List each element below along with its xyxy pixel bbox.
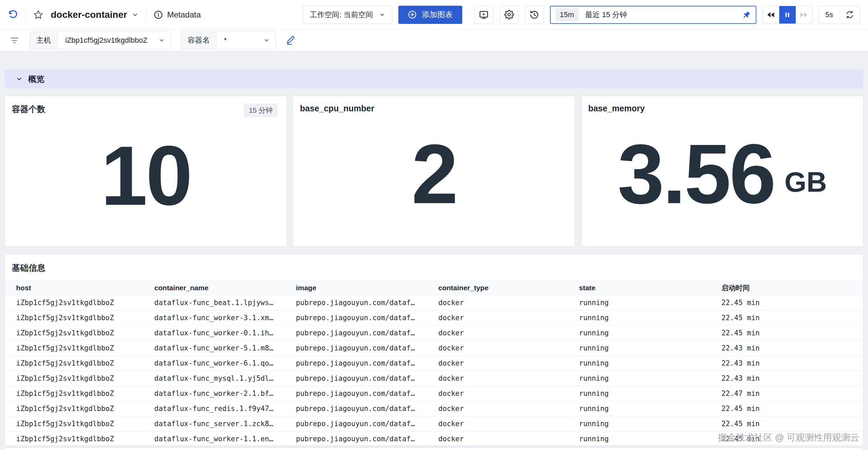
cell-container_type: docker: [438, 356, 579, 371]
cell-image: pubrepo.jiagouyun.com/dataf…: [296, 326, 438, 341]
time-range-badge: 15m: [555, 8, 579, 21]
cell-state: running: [579, 295, 721, 310]
undo-icon: [8, 10, 18, 20]
chevron-down-icon: [379, 12, 385, 18]
history-button[interactable]: [525, 6, 544, 24]
collapse-chevron-icon: [16, 76, 23, 82]
stat-cards-row: 容器个数 15 分钟 10 base_cpu_number 2 base_mem…: [5, 96, 863, 246]
card-title: base_memory: [588, 103, 645, 113]
cell-container_type: docker: [438, 310, 579, 326]
cell-uptime: 22.47 min: [721, 386, 863, 401]
overview-section-header[interactable]: 概览: [5, 69, 863, 88]
card-title: 容器个数: [12, 103, 45, 115]
cell-host: iZbp1cf5gj2sv1tkgdlbboZ: [5, 401, 154, 416]
cell-state: running: [579, 386, 721, 401]
cell-host: iZbp1cf5gj2sv1tkgdlbboZ: [5, 386, 154, 401]
back-button[interactable]: [8, 10, 18, 20]
plus-circle-icon: [408, 10, 417, 19]
cell-container_name: dataflux-func_worker-3.1.xm…: [154, 310, 296, 326]
container-name-filter-select[interactable]: 容器名 *: [181, 32, 276, 49]
column-header-3: container_type: [438, 281, 579, 295]
playback-controls: [763, 6, 812, 24]
cell-container_name: dataflux-func_worker-2.1.bf…: [154, 386, 296, 401]
divider: [26, 9, 26, 20]
info-icon: [154, 10, 163, 20]
column-header-2: image: [296, 281, 438, 295]
cell-host: iZbp1cf5gj2sv1tkgdlbboZ: [5, 356, 154, 371]
table-row: iZbp1cf5gj2sv1tkgdlbboZdataflux-func_red…: [5, 401, 863, 416]
page-title: docker-container: [51, 9, 127, 20]
dashboard-content: 概览 容器个数 15 分钟 10 base_cpu_number 2: [0, 51, 868, 446]
memory-card[interactable]: base_memory 3.56 GB: [581, 96, 863, 246]
add-chart-button[interactable]: 添加图表: [398, 6, 462, 24]
table-row: iZbp1cf5gj2sv1tkgdlbboZdataflux-func_bea…: [5, 295, 863, 310]
pause-button[interactable]: [779, 6, 796, 24]
cell-container_type: docker: [438, 401, 579, 416]
cell-state: running: [579, 431, 721, 446]
cell-image: pubrepo.jiagouyun.com/dataf…: [296, 295, 438, 310]
table-body: iZbp1cf5gj2sv1tkgdlbboZdataflux-func_bea…: [5, 295, 863, 446]
filter-icon[interactable]: [9, 35, 20, 46]
cell-container_name: dataflux-func_worker-0.1.ih…: [154, 326, 296, 341]
metadata-button[interactable]: Metadata: [154, 10, 201, 20]
cell-uptime: 22.45 min: [721, 431, 863, 446]
table-row: iZbp1cf5gj2sv1tkgdlbboZdataflux-func_mys…: [5, 371, 863, 386]
monitor-play-icon: [479, 10, 489, 20]
time-range-label: 最近 15 分钟: [585, 10, 736, 20]
pin-icon[interactable]: [742, 10, 751, 19]
workspace-selector[interactable]: 工作空间: 当前空间: [303, 6, 392, 24]
fast-forward-button[interactable]: [796, 6, 812, 24]
cell-container_name: dataflux-func_worker-5.1.m8…: [154, 341, 296, 356]
cpu-number-card[interactable]: base_cpu_number 2: [293, 96, 575, 246]
table-row: iZbp1cf5gj2sv1tkgdlbboZdataflux-func_wor…: [5, 386, 863, 401]
favorite-star-button[interactable]: [33, 10, 43, 20]
cpu-number-value: 2: [411, 132, 457, 216]
rewind-icon: [767, 10, 775, 19]
container-filter-label: 容器名: [181, 32, 217, 49]
host-filter-select[interactable]: 主机 iZbp1cf5gj2sv1tkgdlbboZ: [30, 32, 171, 49]
refresh-interval-selector[interactable]: 5s: [819, 10, 839, 19]
table-row: iZbp1cf5gj2sv1tkgdlbboZdataflux-func_wor…: [5, 326, 863, 341]
cell-image: pubrepo.jiagouyun.com/dataf…: [296, 431, 438, 446]
cell-host: iZbp1cf5gj2sv1tkgdlbboZ: [5, 431, 154, 446]
cell-state: running: [579, 416, 721, 431]
cell-host: iZbp1cf5gj2sv1tkgdlbboZ: [5, 326, 154, 341]
refresh-button[interactable]: [840, 10, 860, 19]
container-count-card[interactable]: 容器个数 15 分钟 10: [5, 96, 287, 246]
cell-container_name: dataflux-func_mysql.1.yj5dl…: [154, 371, 296, 386]
column-header-5: 启动时间: [721, 281, 863, 295]
column-header-1: container_name: [154, 281, 296, 295]
chevron-down-icon: [264, 32, 275, 49]
refresh-icon: [845, 10, 854, 19]
table-row: iZbp1cf5gj2sv1tkgdlbboZdataflux-func_wor…: [5, 356, 863, 371]
table-row: iZbp1cf5gj2sv1tkgdlbboZdataflux-func_ser…: [5, 416, 863, 431]
memory-unit: GB: [785, 166, 827, 199]
cell-image: pubrepo.jiagouyun.com/dataf…: [296, 356, 438, 371]
cell-uptime: 22.45 min: [721, 310, 863, 326]
cell-uptime: 22.45 min: [721, 326, 863, 341]
table-header-row: hostcontainer_nameimagecontainer_typesta…: [5, 281, 863, 295]
time-range-selector[interactable]: 15m 最近 15 分钟: [550, 6, 756, 24]
cell-container_name: dataflux-func_beat.1.lpjyws…: [154, 295, 296, 310]
cell-container_type: docker: [438, 386, 579, 401]
table-row: iZbp1cf5gj2sv1tkgdlbboZdataflux-func_wor…: [5, 341, 863, 356]
host-filter-label: 主机: [30, 32, 58, 49]
cell-container_name: dataflux-func_redis.1.f9y47…: [154, 401, 296, 416]
memory-value: 3.56: [618, 132, 775, 216]
dashboard-title-dropdown[interactable]: docker-container: [51, 9, 138, 20]
cell-container_type: docker: [438, 416, 579, 431]
pushpin-icon: [742, 10, 751, 19]
presentation-mode-button[interactable]: [474, 6, 494, 24]
add-chart-label: 添加图表: [422, 9, 453, 20]
rewind-button[interactable]: [763, 6, 779, 24]
cell-uptime: 22.45 min: [721, 401, 863, 416]
cell-image: pubrepo.jiagouyun.com/dataf…: [296, 386, 438, 401]
edit-filters-button[interactable]: [286, 35, 296, 46]
cell-container_type: docker: [438, 326, 579, 341]
settings-button[interactable]: [500, 6, 519, 24]
cell-container_type: docker: [438, 371, 579, 386]
table-title: 基础信息: [5, 254, 863, 280]
cell-uptime: 22.45 min: [721, 295, 863, 310]
cell-image: pubrepo.jiagouyun.com/dataf…: [296, 371, 438, 386]
cell-container_type: docker: [438, 341, 579, 356]
